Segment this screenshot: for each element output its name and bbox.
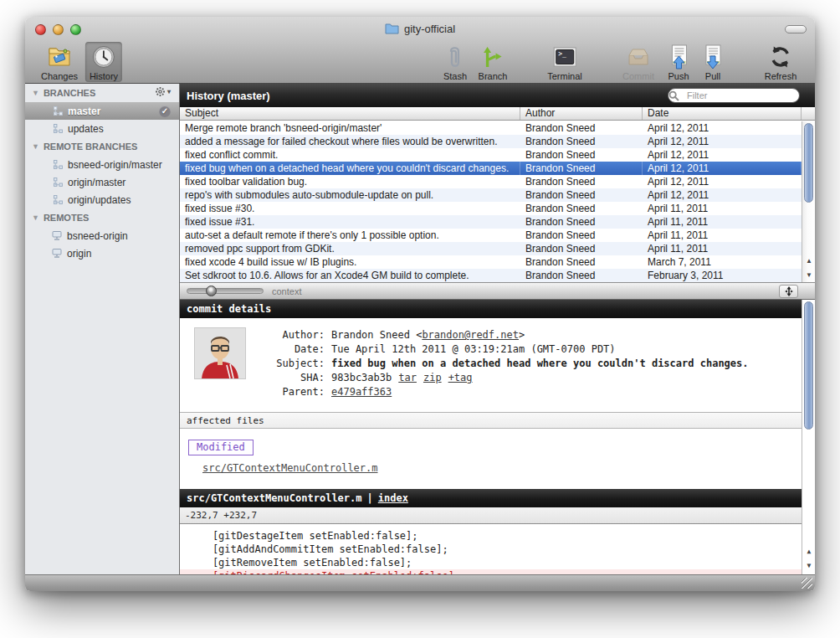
scroll-down-arrow-icon[interactable]: ▼ — [802, 268, 815, 282]
table-row[interactable]: fixed issue #30.Brandon SneedApril 11, 2… — [180, 202, 802, 215]
parent-label: Parent: — [266, 385, 325, 399]
table-row[interactable]: fixed toolbar validation bug.Brandon Sne… — [180, 175, 802, 188]
branch-actions-gear-button[interactable]: ▾ — [155, 86, 171, 97]
context-slider-knob[interactable] — [206, 286, 217, 296]
tar-link[interactable]: tar — [398, 371, 417, 385]
checked-out-badge-icon: ✓ — [159, 105, 171, 117]
table-row[interactable]: repo's with submodules auto-submodule-up… — [180, 188, 802, 202]
parent-sha-link[interactable]: e479aff363 — [331, 385, 392, 399]
details-scrollbar: ▲ ▼ — [802, 300, 815, 574]
table-scrollbar-thumb[interactable] — [804, 123, 813, 203]
column-header-author[interactable]: Author — [520, 107, 643, 120]
table-row[interactable]: added a message for failed checkout wher… — [180, 135, 802, 148]
branch-label: Branch — [479, 71, 508, 81]
stash-button[interactable]: Stash — [439, 42, 471, 82]
sidebar-item-bsneed-origin[interactable]: bsneed-origin — [25, 227, 179, 244]
sidebar-item-label: origin — [67, 248, 91, 260]
scroll-down-arrow-icon[interactable]: ▼ — [802, 558, 815, 573]
commit-details-pane: commit details Author: — [180, 300, 802, 574]
branch-button[interactable]: Branch — [474, 42, 512, 82]
remote-server-icon — [52, 231, 62, 240]
resize-grip[interactable] — [802, 578, 812, 589]
row-date: April 12, 2011 — [643, 175, 802, 188]
section-title: REMOTE BRANCHES — [44, 141, 137, 152]
sidebar-item-updates[interactable]: updates — [25, 120, 179, 137]
sha-label: SHA: — [266, 371, 325, 385]
row-date: April 12, 2011 — [643, 135, 802, 148]
diff-file-header: src/GTContextMenuController.m | index — [180, 489, 802, 507]
row-author: Brandon Sneed — [520, 229, 643, 242]
context-slider[interactable] — [187, 288, 264, 294]
toolbar-toggle-lozenge[interactable] — [785, 25, 807, 33]
row-subject: fixed bug when on a detached head where … — [180, 162, 520, 175]
row-subject: fixed conflict commit. — [180, 148, 520, 162]
sidebar-item-label: master — [68, 105, 100, 117]
author-email-link[interactable]: brandon@redf.net — [422, 329, 519, 341]
disclosure-triangle-icon[interactable]: ▼ — [32, 214, 39, 222]
table-row[interactable]: auto-set a default remote if there's onl… — [180, 229, 802, 242]
context-bar: context — [180, 282, 815, 300]
push-button[interactable]: Push — [663, 42, 693, 82]
pull-button[interactable]: Pull — [699, 42, 727, 82]
sidebar-item-label: origin/master — [68, 177, 125, 188]
table-row[interactable]: fixed conflict commit.Brandon SneedApril… — [180, 148, 802, 162]
disclosure-triangle-icon[interactable]: ▼ — [32, 89, 39, 97]
sidebar-item-master[interactable]: master ✓ — [25, 102, 179, 120]
commit-tray-icon — [626, 44, 651, 70]
filter-input[interactable] — [668, 88, 800, 103]
table-row[interactable]: Merge remote branch 'bsneed-origin/maste… — [180, 121, 802, 135]
refresh-icon — [769, 44, 792, 70]
row-date: April 11, 2011 — [643, 229, 802, 242]
add-tag-link[interactable]: +tag — [448, 371, 473, 385]
pull-icon — [703, 44, 723, 70]
svg-text:>_: >_ — [558, 50, 566, 58]
table-row-selected[interactable]: fixed bug when on a detached head where … — [180, 162, 802, 175]
table-row[interactable]: removed ppc support from GDKit.Brandon S… — [180, 242, 802, 255]
sidebar-item-bsneed-origin-master[interactable]: bsneed-origin/master — [25, 156, 179, 173]
table-row[interactable]: Set sdkroot to 10.6. Allows for an Xcode… — [180, 269, 802, 282]
sidebar-section-remote-branches[interactable]: ▼ REMOTE BRANCHES — [25, 137, 179, 156]
details-scrollbar-thumb[interactable] — [804, 301, 813, 430]
changes-button[interactable]: Changes — [37, 42, 82, 82]
scroll-up-arrow-icon[interactable]: ▲ — [802, 254, 815, 268]
row-author: Brandon Sneed — [520, 215, 643, 229]
scroll-up-arrow-icon[interactable]: ▲ — [802, 544, 815, 558]
column-header-subject[interactable]: Subject — [180, 107, 520, 120]
diff-index-link[interactable]: index — [378, 492, 408, 504]
row-author: Brandon Sneed — [520, 242, 643, 255]
sidebar-item-label: bsneed-origin/master — [68, 159, 162, 171]
folder-icon — [385, 23, 399, 34]
sidebar-section-remotes[interactable]: ▼ REMOTES — [25, 208, 179, 227]
window-chrome: gity-official Changes — [25, 17, 815, 84]
table-row[interactable]: fixed issue #31.Brandon SneedApril 11, 2… — [180, 215, 802, 229]
sidebar-section-branches[interactable]: ▼ BRANCHES ▾ — [25, 84, 179, 102]
terminal-icon: >_ — [552, 44, 577, 70]
sidebar-item-origin[interactable]: origin — [25, 244, 179, 262]
expand-vertical-icon — [784, 286, 794, 297]
commit-details-body: Author: Brandon Sneed <brandon@redf.net>… — [180, 318, 802, 412]
commit-button[interactable]: Commit — [618, 42, 658, 82]
diff-expand-button[interactable] — [779, 285, 798, 298]
row-date: April 11, 2011 — [643, 215, 802, 229]
row-author: Brandon Sneed — [520, 121, 643, 135]
diff-hunk-header: -232,7 +232,7 — [180, 507, 802, 524]
refresh-button[interactable]: Refresh — [761, 42, 802, 82]
disclosure-triangle-icon[interactable]: ▼ — [32, 142, 39, 151]
affected-files-header: affected files — [180, 412, 802, 429]
sidebar-item-label: updates — [68, 123, 104, 135]
date-label: Date: — [266, 342, 325, 357]
commit-details-title: commit details — [187, 303, 271, 315]
main-area: History (master) Subject Author Date Mer… — [180, 84, 815, 574]
sidebar-item-origin-updates[interactable]: origin/updates — [25, 191, 179, 208]
diff-code: [gitDestageItem setEnabled:false]; [gitA… — [180, 524, 802, 574]
affected-file-link[interactable]: src/GTContextMenuController.m — [202, 462, 802, 474]
sidebar-item-origin-master[interactable]: origin/master — [25, 173, 179, 191]
table-row[interactable]: fixed xcode 4 build issue w/ IB plugins.… — [180, 255, 802, 269]
diff-line: [gitRemoveItem setEnabled:false]; — [180, 556, 802, 569]
branch-icon — [482, 44, 504, 70]
row-author: Brandon Sneed — [520, 148, 643, 162]
history-button[interactable]: History — [85, 42, 122, 82]
zip-link[interactable]: zip — [423, 371, 442, 385]
terminal-button[interactable]: >_ Terminal — [543, 42, 586, 82]
column-header-date[interactable]: Date — [643, 107, 802, 120]
